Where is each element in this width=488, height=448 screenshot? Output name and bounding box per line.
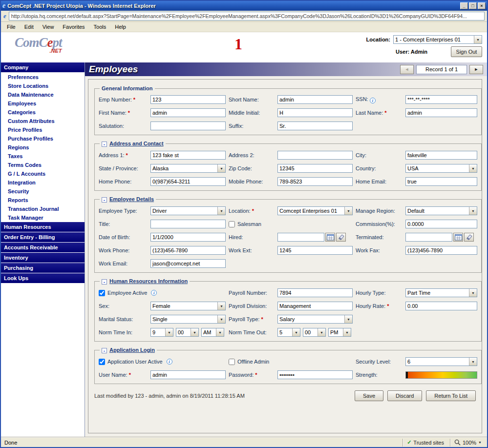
security-level-dropdown[interactable]: 6▼ — [405, 357, 477, 366]
manage-region-dropdown[interactable]: Default▼ — [405, 206, 477, 215]
sidebar-item-custom-attributes[interactable]: Custom Attributes — [1, 117, 85, 125]
offline-admin-checkbox-input[interactable] — [229, 359, 235, 365]
url-input[interactable] — [9, 12, 485, 20]
salesman-checkbox-input[interactable] — [229, 221, 235, 227]
info-icon[interactable]: i — [151, 290, 157, 296]
norm-time-in-hour-dropdown[interactable]: 9▼ — [150, 328, 173, 337]
section-title-login[interactable]: Application Login — [109, 347, 155, 353]
application-user-active-checkbox-input[interactable] — [99, 359, 105, 365]
sidebar-section-accounts-receivable[interactable]: Accounts Receivable — [1, 243, 85, 253]
norm-time-in-ampm-dropdown[interactable]: AM▼ — [201, 328, 224, 337]
sign-out-button[interactable]: Sign Out — [451, 46, 482, 57]
hired-date-input[interactable] — [277, 233, 324, 242]
user-name-input[interactable] — [150, 370, 226, 379]
sidebar-section-company[interactable]: Company — [1, 62, 85, 73]
discard-button[interactable]: Discard — [387, 390, 422, 401]
sidebar-item-employees[interactable]: Employees — [1, 99, 85, 108]
salesman-checkbox[interactable]: Salesman — [229, 221, 353, 227]
sidebar-item-gl-accounts[interactable]: G / L Accounts — [1, 169, 85, 178]
zoom-panel[interactable]: 100% ▼ — [450, 439, 486, 447]
title-input[interactable] — [150, 220, 226, 228]
minimize-button[interactable]: _ — [460, 2, 468, 9]
home-phone-input[interactable] — [150, 177, 226, 186]
hourly-rate-input[interactable] — [405, 302, 477, 310]
norm-time-out-minute-dropdown[interactable]: 00▼ — [303, 328, 326, 337]
sidebar-item-terms-codes[interactable]: Terms Codes — [1, 161, 85, 169]
info-icon[interactable]: i — [370, 98, 376, 103]
location-field-dropdown[interactable]: Comcept Enterprises 01▼ — [277, 206, 353, 215]
emp-number-input[interactable] — [150, 95, 226, 104]
first-name-input[interactable] — [150, 108, 226, 117]
work-email-input[interactable] — [150, 259, 226, 268]
return-to-list-button[interactable]: Return To List — [426, 390, 476, 401]
sidebar-item-transaction-journal[interactable]: Transaction Journal — [1, 204, 85, 213]
sidebar-section-purchasing[interactable]: Purchasing — [1, 263, 85, 273]
sidebar-item-regions[interactable]: Regions — [1, 143, 85, 152]
employee-active-checkbox[interactable]: Employee Active i — [99, 290, 226, 296]
last-name-input[interactable] — [405, 108, 477, 117]
close-button[interactable]: × — [478, 2, 486, 9]
next-record-button[interactable]: ► — [469, 65, 483, 74]
state-dropdown[interactable]: Alaska▼ — [150, 164, 226, 173]
application-user-active-checkbox[interactable]: Application User Active i — [99, 359, 226, 365]
payroll-division-input[interactable] — [277, 302, 353, 310]
home-email-input[interactable] — [405, 177, 477, 186]
sidebar-section-human-resources[interactable]: Human Resources — [1, 222, 85, 232]
sidebar-item-taxes[interactable]: Taxes — [1, 152, 85, 161]
sidebar-item-reports[interactable]: Reports — [1, 196, 85, 204]
marital-status-dropdown[interactable]: Single▼ — [150, 315, 226, 324]
sidebar-section-inventory[interactable]: Inventory — [1, 253, 85, 263]
zip-code-input[interactable] — [277, 164, 353, 173]
offline-admin-checkbox[interactable]: Offline Admin — [229, 359, 353, 365]
address2-input[interactable] — [277, 151, 353, 160]
menu-tools[interactable]: Tools — [90, 23, 110, 31]
address1-input[interactable] — [150, 151, 226, 160]
section-title-details[interactable]: Employee Details — [109, 196, 154, 202]
norm-time-out-hour-dropdown[interactable]: 5▼ — [277, 328, 300, 337]
middle-initial-input[interactable] — [277, 108, 353, 117]
payroll-type-dropdown[interactable]: Salary▼ — [277, 315, 353, 324]
ssn-input[interactable] — [405, 95, 477, 104]
calendar-icon[interactable] — [325, 233, 335, 242]
info-icon[interactable]: i — [167, 359, 172, 365]
collapse-icon[interactable]: - — [102, 197, 107, 203]
norm-time-out-ampm-dropdown[interactable]: PM▼ — [328, 328, 351, 337]
sidebar-section-look-ups[interactable]: Look Ups — [1, 273, 85, 284]
mobile-phone-input[interactable] — [277, 177, 353, 186]
commission-input[interactable] — [405, 220, 477, 228]
work-phone-input[interactable] — [150, 246, 226, 255]
sidebar-item-security[interactable]: Security — [1, 187, 85, 196]
title-bar[interactable]: e ComCept .NET Project Utopia - Windows … — [1, 1, 487, 11]
employee-type-dropdown[interactable]: Driver▼ — [150, 206, 226, 215]
previous-record-button[interactable]: ◄ — [400, 65, 414, 74]
location-dropdown[interactable]: 1 - Comcept Enterprises 01 ▼ — [393, 35, 482, 44]
collapse-icon[interactable]: - — [102, 142, 107, 147]
sidebar-item-purchase-profiles[interactable]: Purchase Profiles — [1, 134, 85, 143]
sidebar-item-store-locations[interactable]: Store Locations — [1, 81, 85, 90]
eraser-icon[interactable] — [336, 233, 346, 242]
work-fax-input[interactable] — [405, 246, 477, 255]
maximize-button[interactable]: □ — [469, 2, 477, 9]
save-button[interactable]: Save — [355, 390, 383, 401]
sidebar-item-preferences[interactable]: Preferences — [1, 73, 85, 81]
terminated-date-input[interactable] — [405, 233, 452, 242]
password-input[interactable] — [277, 370, 353, 379]
sidebar-item-price-profiles[interactable]: Price Profiles — [1, 125, 85, 134]
work-ext-input[interactable] — [277, 246, 353, 255]
section-title-address[interactable]: Address and Contact — [109, 141, 164, 146]
sex-dropdown[interactable]: Female▼ — [150, 302, 226, 310]
menu-file[interactable]: File — [3, 23, 20, 31]
eraser-icon[interactable] — [464, 233, 474, 242]
sidebar-item-categories[interactable]: Categories — [1, 108, 85, 117]
short-name-input[interactable] — [277, 95, 353, 104]
suffix-input[interactable] — [277, 122, 353, 130]
norm-time-in-minute-dropdown[interactable]: 00▼ — [176, 328, 199, 337]
collapse-icon[interactable]: - — [102, 279, 107, 285]
hourly-type-dropdown[interactable]: Part Time▼ — [405, 288, 477, 297]
date-of-birth-input[interactable] — [150, 233, 226, 242]
sidebar-item-task-manager[interactable]: Task Manager — [1, 213, 85, 222]
city-input[interactable] — [405, 151, 477, 160]
section-title-hr[interactable]: Human Resources Information — [109, 278, 188, 284]
menu-help[interactable]: Help — [111, 23, 130, 31]
sidebar-item-data-maintenance[interactable]: Data Maintenance — [1, 90, 85, 99]
